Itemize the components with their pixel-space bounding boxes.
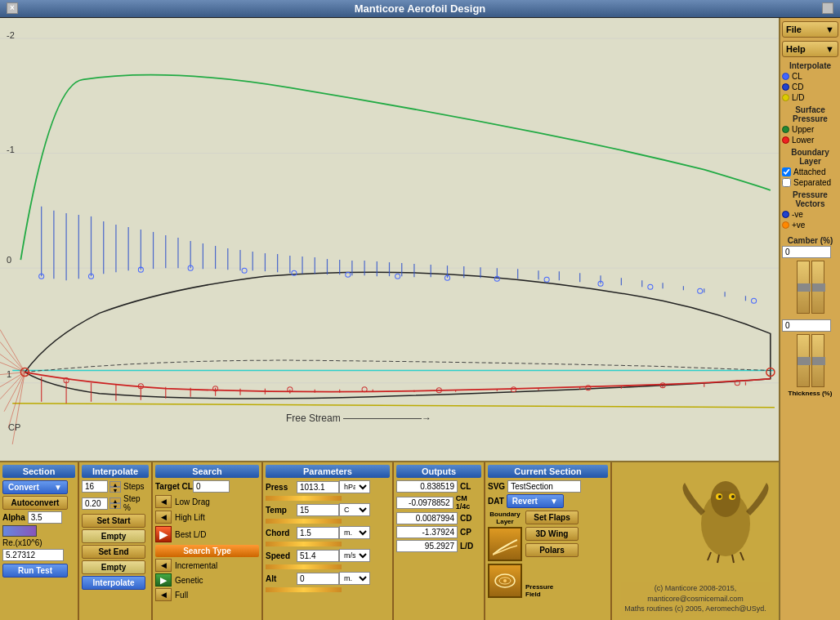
outputs-header: Outputs	[396, 465, 481, 478]
low-drag-arrow[interactable]: ◀	[155, 495, 172, 508]
email-text: manticore@cosmicemail.com	[624, 594, 766, 604]
svg-label: SVG	[488, 482, 505, 491]
set-end-button[interactable]: Set End	[82, 545, 145, 559]
temp-slider[interactable]	[266, 519, 342, 524]
lower-legend-row: Lower	[782, 136, 838, 145]
speed-unit-select[interactable]: m/s	[339, 549, 370, 562]
bottom-image-panel: (c) Manticore 2008-2015, manticore@cosmi…	[612, 462, 779, 620]
step-pct-input[interactable]: 0.20	[82, 497, 108, 510]
step-pct-up-btn[interactable]: ▲	[109, 497, 121, 503]
ld-legend-row: L/D	[782, 93, 838, 102]
thickness-slider[interactable]	[797, 334, 810, 387]
mascot-image	[677, 466, 775, 564]
aerofoil-plot	[0, 18, 779, 461]
steps-input[interactable]: 16	[82, 480, 108, 493]
cp-output: -1.37924	[396, 526, 458, 538]
alt-input[interactable]: 0	[297, 573, 339, 585]
press-unit-select[interactable]: hPa	[339, 480, 370, 493]
re-label: Re.(x10^6)	[2, 538, 75, 547]
section-header: Section	[2, 465, 75, 478]
high-lift-arrow[interactable]: ◀	[155, 511, 172, 524]
attached-checkbox[interactable]	[782, 167, 791, 176]
run-test-button[interactable]: Run Test	[2, 564, 68, 578]
svg-point-91	[752, 298, 757, 303]
press-slider[interactable]	[266, 496, 342, 501]
separated-label: Separated	[793, 178, 831, 187]
temp-input[interactable]: 15	[297, 504, 339, 516]
autoconvert-button[interactable]: Autoconvert	[2, 496, 68, 510]
steps-down-btn[interactable]: ▼	[109, 487, 121, 493]
interpolate-header: Interpolate	[82, 465, 149, 478]
set-start-button[interactable]: Set Start	[82, 514, 145, 528]
positive-dot	[782, 221, 789, 229]
incremental-arrow[interactable]: ◀	[155, 559, 172, 572]
y-axis-label-neg2: -2	[7, 30, 15, 40]
svg-point-121	[718, 495, 722, 498]
camber-input[interactable]: 0	[782, 246, 831, 258]
full-arrow[interactable]: ◀	[155, 588, 172, 601]
app-title: Manticore Aerofoil Design	[355, 2, 486, 15]
full-label: Full	[175, 591, 188, 600]
chord-input[interactable]: 1.5	[297, 527, 339, 539]
genetic-icon[interactable]: ▶	[155, 573, 172, 587]
camber-slider2[interactable]	[811, 261, 824, 314]
chord-slider[interactable]	[266, 542, 342, 546]
pressure-vectors-title: Pressure Vectors	[782, 190, 838, 208]
search-header: Search	[155, 465, 259, 478]
maximize-button[interactable]	[822, 2, 833, 14]
empty1-button[interactable]: Empty	[82, 529, 145, 543]
set-flaps-button[interactable]: Set Flaps	[525, 511, 579, 524]
boundary-layer-display	[488, 527, 522, 561]
y-axis-label-neg1: -1	[7, 145, 15, 154]
chord-label: Chord	[266, 529, 297, 537]
search-panel: Search Target CL 0 ◀ Low Drag ◀ High Lif…	[153, 462, 263, 620]
cl-dot	[782, 73, 789, 80]
svg-point-81	[242, 268, 247, 273]
temp-unit-select[interactable]: C	[339, 503, 370, 516]
step-pct-down-btn[interactable]: ▼	[109, 503, 121, 509]
thickness-slider2[interactable]	[811, 334, 824, 387]
thickness-title: Thickness (%)	[782, 390, 838, 397]
svg-point-89	[648, 284, 653, 289]
speed-label: Speed	[266, 551, 297, 560]
help-button[interactable]: Help ▼	[782, 41, 838, 57]
svg-point-84	[395, 274, 400, 279]
three-d-wing-button[interactable]: 3D Wing	[525, 527, 579, 541]
negative-legend-row: -ve	[782, 210, 838, 219]
target-cl-input[interactable]: 0	[193, 480, 230, 493]
steps-up-btn[interactable]: ▲	[109, 481, 121, 487]
file-button[interactable]: File ▼	[782, 21, 838, 38]
incremental-label: Incremental	[175, 561, 217, 570]
convert-button[interactable]: Convert ▼	[2, 480, 68, 494]
interpolate-button[interactable]: Interpolate	[82, 576, 145, 590]
best-ld-label: Best L/D	[175, 530, 206, 539]
separated-checkbox[interactable]	[782, 178, 791, 187]
revert-button[interactable]: Revert ▼	[507, 494, 564, 508]
speed-slider[interactable]	[266, 564, 342, 569]
press-input[interactable]: 1013.1	[297, 481, 339, 493]
alt-unit-select[interactable]: m.	[339, 572, 370, 585]
titlebar: × Manticore Aerofoil Design	[0, 0, 840, 18]
cl-output-label: CL	[460, 482, 471, 491]
alpha-slider[interactable]	[2, 525, 37, 537]
speed-input[interactable]: 51.4	[297, 550, 339, 562]
y-axis-label-1: 1	[7, 369, 11, 379]
file-dropdown-icon: ▼	[825, 25, 834, 34]
thickness-input[interactable]	[782, 319, 831, 332]
maths-text: Maths routines (c) 2005, Aeromech@USyd.	[624, 604, 766, 614]
svg-input[interactable]: TestSection	[507, 480, 581, 493]
positive-legend-row: +ve	[782, 221, 838, 230]
camber-slider[interactable]	[797, 261, 810, 314]
empty2-button[interactable]: Empty	[82, 560, 145, 574]
alpha-input[interactable]: 3.5	[28, 511, 62, 524]
close-button[interactable]: ×	[7, 2, 18, 14]
re-input[interactable]: 5.27312	[2, 549, 64, 561]
alt-slider[interactable]	[266, 587, 342, 592]
best-ld-icon[interactable]: ▶	[155, 526, 172, 542]
cl-legend-row: CL	[782, 72, 838, 81]
attached-row: Attached	[782, 167, 838, 176]
negative-dot	[782, 211, 789, 218]
polars-button[interactable]: Polars	[525, 543, 579, 557]
canvas-container: -2 -1 0 1 CP Free Stream ————————→	[0, 18, 779, 620]
chord-unit-select[interactable]: m.	[339, 526, 370, 539]
